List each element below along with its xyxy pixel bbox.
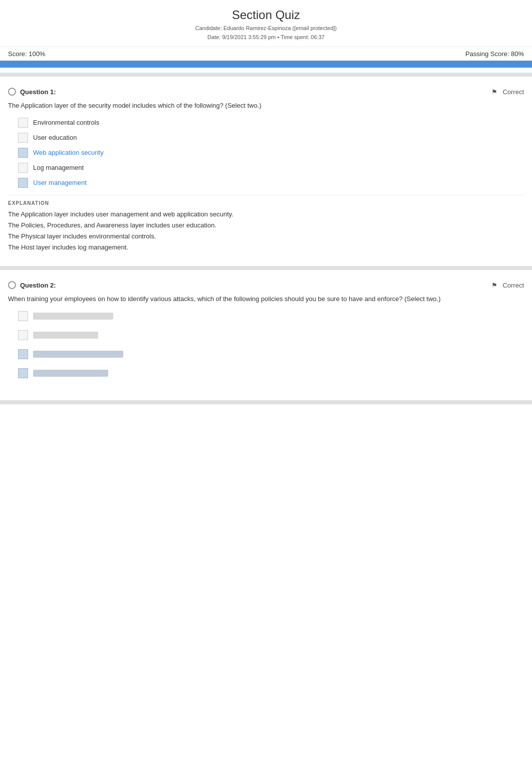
section-divider-1 (0, 73, 532, 77)
question-2-options (18, 311, 524, 378)
question-2-icon (8, 281, 16, 289)
q2-option-2 (18, 330, 524, 340)
q2-checkbox-2[interactable] (18, 330, 28, 340)
option-1-5: User management (18, 178, 524, 188)
correct-1-icon: ⚑ (491, 88, 497, 96)
option-text-1-5: User management (33, 179, 87, 186)
correct-1-text: Correct (502, 88, 524, 96)
q2-blurred-text-3 (33, 351, 123, 358)
explanation-label-1: EXPLANATION (8, 200, 524, 206)
checkbox-1-3[interactable] (18, 148, 28, 158)
option-text-1-2: User education (33, 134, 77, 141)
q2-option-1 (18, 311, 524, 321)
option-text-1-1: Environmental controls (33, 119, 99, 126)
explanation-section-1: EXPLANATION The Application layer includ… (8, 195, 524, 253)
checkbox-1-1[interactable] (18, 118, 28, 128)
option-1-3: Web application security (18, 148, 524, 158)
bottom-divider (0, 400, 532, 404)
correct-2-icon: ⚑ (491, 282, 497, 289)
question-block-1: Question 1: ⚑ Correct The Application la… (0, 82, 532, 261)
q2-blurred-text-1 (33, 313, 113, 320)
progress-bar-fill (0, 61, 532, 68)
checkbox-1-4[interactable] (18, 163, 28, 173)
option-text-1-4: Log management (33, 164, 84, 171)
question-1-options: Environmental controls User education We… (18, 118, 524, 188)
question-1-header: Question 1: ⚑ Correct (8, 88, 524, 96)
explanation-line-2: The Policies, Procedures, and Awareness … (8, 220, 524, 231)
explanation-line-3: The Physical layer includes environmenta… (8, 231, 524, 242)
question-1-text: The Application layer of the security mo… (8, 101, 524, 111)
score-text: Score: 100% (8, 50, 45, 58)
question-block-2: Question 2: ⚑ Correct When training your… (0, 275, 532, 395)
explanation-text-1: The Application layer includes user mana… (8, 209, 524, 253)
option-text-1-3: Web application security (33, 149, 104, 156)
option-1-1: Environmental controls (18, 118, 524, 128)
question-2-header: Question 2: ⚑ Correct (8, 281, 524, 289)
q2-blurred-text-2 (33, 332, 98, 339)
section-divider-2 (0, 266, 532, 270)
option-1-4: Log management (18, 163, 524, 173)
correct-2-text: Correct (502, 282, 524, 289)
question-1-label: Question 1: (20, 88, 56, 96)
page-header: Section Quiz Candidate: Eduardo Ramirez-… (0, 0, 532, 47)
score-bar-container: Score: 100% Passing Score: 80% (0, 47, 532, 61)
candidate-info: Candidate: Eduardo Ramirez-Espinoza ([em… (10, 24, 522, 33)
option-1-2: User education (18, 133, 524, 143)
q2-checkbox-1[interactable] (18, 311, 28, 321)
q2-checkbox-3[interactable] (18, 349, 28, 359)
passing-score-text: Passing Score: 80% (465, 50, 524, 58)
date-info: Date: 9/19/2021 3:55:29 pm • Time spent:… (10, 33, 522, 42)
q2-checkbox-4[interactable] (18, 368, 28, 378)
question-2-label: Question 2: (20, 282, 56, 289)
question-1-icon (8, 88, 16, 96)
progress-bar-wrapper (0, 61, 532, 68)
q2-option-3 (18, 349, 524, 359)
q2-blurred-text-4 (33, 370, 108, 377)
explanation-line-1: The Application layer includes user mana… (8, 209, 524, 220)
checkbox-1-5[interactable] (18, 178, 28, 188)
checkbox-1-2[interactable] (18, 133, 28, 143)
explanation-line-4: The Host layer includes log management. (8, 242, 524, 253)
question-2-text: When training your employees on how to i… (8, 294, 524, 304)
q2-option-4 (18, 368, 524, 378)
page-title: Section Quiz (10, 8, 522, 22)
